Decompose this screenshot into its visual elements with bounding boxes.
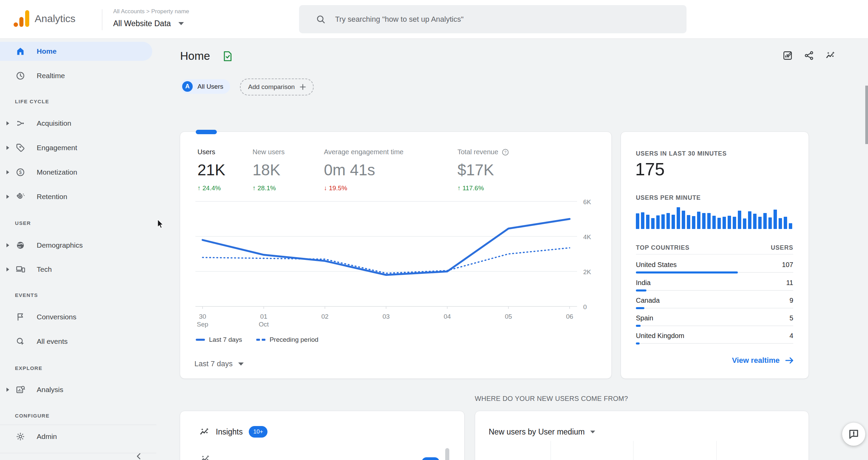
minute-bar: [748, 211, 751, 229]
new-users-card-title[interactable]: New users by User medium: [489, 427, 595, 437]
sidebar-item-realtime[interactable]: Realtime: [0, 66, 152, 85]
arrow-right-icon: [784, 355, 795, 366]
sidebar-item-label: Conversions: [37, 313, 76, 321]
sidebar-item-admin[interactable]: Admin: [0, 427, 152, 446]
help-circle-icon[interactable]: ?: [502, 148, 509, 156]
search-bar[interactable]: [299, 5, 687, 33]
insights-scrollbar[interactable]: [445, 448, 449, 460]
users-per-minute-bars: [636, 207, 794, 229]
sidebar-item-conversions[interactable]: Conversions: [0, 307, 152, 326]
legend-label: Last 7 days: [209, 336, 242, 343]
country-row: United Kingdom4: [636, 332, 793, 349]
engagement-icon: [16, 143, 25, 153]
share-icon[interactable]: [804, 50, 814, 61]
feedback-button[interactable]: [842, 423, 865, 446]
search-input[interactable]: [334, 15, 642, 24]
country-bar: [636, 342, 640, 344]
expand-caret-icon[interactable]: [5, 388, 10, 392]
add-comparison-button[interactable]: Add comparison: [240, 78, 314, 95]
minute-bar: [723, 217, 726, 229]
expand-caret-icon[interactable]: [5, 170, 10, 174]
property-selector[interactable]: All Website Data: [113, 19, 184, 28]
metric-total-revenue[interactable]: Total revenue?$17K↑ 117.6%: [457, 148, 509, 192]
svg-text:03: 03: [382, 313, 389, 320]
metric-new-users[interactable]: New users18K↑ 28.1%: [253, 148, 284, 192]
monetization-icon: $: [16, 167, 25, 177]
view-realtime-link[interactable]: View realtime: [732, 355, 795, 366]
date-range-selector[interactable]: Last 7 days: [194, 359, 244, 368]
minute-bar: [738, 211, 741, 229]
expand-caret-icon[interactable]: [5, 243, 10, 247]
avatar-letter: A: [182, 81, 193, 92]
analytics-logo-icon: [14, 10, 30, 27]
legend-label: Preceding period: [270, 336, 318, 343]
minute-bar: [768, 217, 772, 229]
page-scrollbar[interactable]: [865, 86, 868, 144]
minute-bar: [789, 223, 792, 229]
minute-bar: [687, 215, 690, 229]
comparison-chip-all-users[interactable]: A All Users: [180, 79, 230, 94]
breadcrumb-account[interactable]: All Accounts: [113, 8, 145, 15]
insights-icon[interactable]: [825, 50, 836, 61]
svg-text:4K: 4K: [583, 233, 591, 241]
sidebar-item-tech[interactable]: Tech: [0, 260, 152, 279]
country-users: 11: [786, 279, 793, 287]
mouse-cursor: [157, 219, 167, 230]
realtime-card: USERS IN LAST 30 MINUTES 175 USERS PER M…: [621, 131, 809, 379]
minute-bar: [641, 212, 644, 229]
sidebar-item-home[interactable]: Home: [0, 42, 152, 61]
sidebar-item-demographics[interactable]: Demographics: [0, 236, 152, 255]
sidebar-item-all-events[interactable]: All events: [0, 332, 152, 351]
gridline: [716, 441, 717, 460]
breadcrumb[interactable]: All Accounts > Property name: [113, 8, 189, 15]
acquisition-icon: [16, 119, 25, 128]
country-name: United Kingdom: [636, 332, 684, 340]
country-bar: [636, 325, 641, 327]
expand-caret-icon[interactable]: [5, 195, 10, 199]
country-row: United States107: [636, 261, 793, 278]
users-line-chart: 02K4K6K30Sep01Oct0203040506: [194, 199, 595, 328]
country-bar-track: [636, 290, 793, 291]
insights-count-badge: 10+: [249, 426, 267, 438]
insight-partial-button[interactable]: [422, 457, 439, 460]
sidebar-item-label: Admin: [37, 432, 57, 441]
sidebar-divider: [0, 425, 156, 425]
sidebar-item-analysis[interactable]: Analysis: [0, 380, 152, 399]
customize-report-icon[interactable]: [782, 50, 793, 61]
metric-value: 0m 41s: [324, 161, 403, 179]
country-users: 107: [782, 261, 793, 269]
collapse-sidebar-icon[interactable]: [135, 452, 143, 460]
metric-users[interactable]: Users21K↑ 24.4%: [197, 148, 225, 192]
country-bar-track: [636, 308, 793, 308]
minute-bar: [712, 216, 716, 229]
minute-bar: [682, 211, 685, 229]
users-30min-label: USERS IN LAST 30 MINUTES: [636, 150, 727, 157]
overview-card: Users21K↑ 24.4%New users18K↑ 28.1%Averag…: [180, 131, 612, 379]
product-name: Analytics: [35, 13, 75, 24]
svg-text:6K: 6K: [583, 199, 591, 206]
chevron-down-icon: [238, 362, 244, 366]
breadcrumb-property[interactable]: Property name: [151, 8, 189, 15]
svg-text:Oct: Oct: [259, 321, 269, 328]
new-users-card: New users by User medium: [475, 411, 809, 460]
chart-legend: Last 7 daysPreceding period: [196, 336, 318, 343]
analysis-icon: [16, 385, 25, 394]
svg-text:?: ?: [504, 150, 506, 154]
metric-delta: ↓ 19.5%: [324, 184, 403, 192]
expand-caret-icon[interactable]: [5, 146, 10, 150]
sidebar-section-configure: CONFIGURE: [15, 413, 50, 419]
minute-bar: [774, 210, 777, 229]
svg-text:30: 30: [199, 313, 206, 320]
users-30min-value: 175: [635, 159, 665, 179]
metric-delta: ↑ 117.6%: [457, 184, 509, 192]
clock-icon: [16, 71, 25, 81]
sidebar-item-acquisition[interactable]: Acquisition: [0, 114, 152, 133]
sidebar-item-retention[interactable]: Retention: [0, 187, 152, 206]
sidebar-item-monetization[interactable]: $Monetization: [0, 163, 152, 182]
sidebar-item-engagement[interactable]: Engagement: [0, 138, 152, 157]
expand-caret-icon[interactable]: [5, 121, 10, 125]
legend-item-solid: Last 7 days: [196, 336, 242, 343]
metric-average-engagement-time[interactable]: Average engagement time0m 41s↓ 19.5%: [324, 148, 403, 192]
expand-caret-icon[interactable]: [5, 267, 10, 271]
sidebar-item-label: Realtime: [37, 72, 65, 80]
